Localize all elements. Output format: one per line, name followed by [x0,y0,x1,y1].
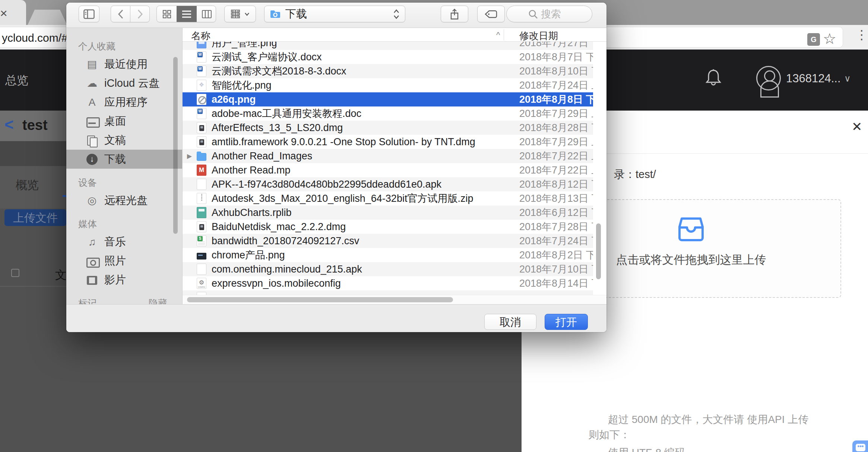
tab-overview[interactable]: 概览 [16,177,39,193]
group-by-button[interactable] [224,6,256,22]
sidebar-section-header: 设备 [66,174,182,191]
file-date: 2018年7月24日 上午 [519,79,593,92]
file-row[interactable]: 用户_管理.png2018年7月27日 下午 [183,42,593,50]
bookmark-star-icon[interactable]: ☆ [823,30,836,47]
tag-button[interactable] [477,6,505,22]
nav-overview[interactable]: 总览 [5,73,28,88]
file-row[interactable]: 云测试需求文档2018-8-3.docx2018年8月10日 下午 [183,64,593,78]
drawer-close-icon[interactable]: ✕ [852,120,862,133]
column-header-name[interactable]: 名称 [191,29,210,42]
sidebar-item-documents[interactable]: 文稿 [66,131,182,150]
notification-bell-icon[interactable] [705,69,722,88]
browser-tab[interactable]: × [0,0,26,25]
file-row[interactable]: bandwidth_20180724092127.csv2018年7月24日 下… [183,234,593,248]
sidebar-item-label: 下载 [104,152,126,167]
column-view-button[interactable] [197,6,216,22]
file-date: 2018年8月7日 下午 [519,50,593,64]
tab-close-icon[interactable]: × [0,7,7,19]
dmg-file-icon [197,122,206,133]
column-header-date[interactable]: 修改日期 [519,29,558,42]
cancel-button[interactable]: 取消 [484,314,536,330]
select-all-checkbox[interactable] [11,269,19,277]
screen: × ycloud.com/#/ G ☆ ⋮ 总览 1368124... ∨ < … [0,0,868,452]
file-row[interactable]: amtlib.framework 9.0.0.21 -One Stop Solu… [183,135,593,149]
chat-widget-button[interactable]: ••• [852,440,868,452]
sidebar-item-icloud[interactable]: ☁iCloud 云盘 [66,74,182,93]
browser-tab-next[interactable] [28,10,67,25]
finder-file-list: 名称 ^ 修改日期 用户_管理.png2018年7月27日 下午云测试_客户端协… [183,28,606,295]
file-date: 2018年8月14日 下午 [519,277,593,290]
sidebar-item-label: 影片 [104,273,126,287]
file-row[interactable]: Autodesk_3ds_Max_2010_english_64-32bit官方… [183,191,593,206]
browser-menu-icon[interactable]: ⋮ [855,28,868,42]
sidebar-item-desktop[interactable]: 桌面 [66,112,182,131]
file-name: Another Read_Images [212,150,312,162]
file-row[interactable]: Another Read.mp2018年7月22日 上午 [183,163,593,177]
finder-sidebar-list: 个人收藏▤最近使用☁iCloud 云盘A应用程序桌面文稿下载设备◎远程光盘媒体♫… [66,38,182,317]
sidebar-item-applications[interactable]: A应用程序 [66,93,182,112]
list-view-button[interactable] [177,6,197,22]
icon-view-button[interactable] [157,6,177,22]
icloud-icon: ☁ [86,77,98,90]
file-row[interactable]: AxhubCharts.rplib2018年6月12日 下午 [183,206,593,220]
search-field[interactable]: 搜索 [506,6,592,22]
file-date: 2018年8月10日 下午 [519,64,593,78]
url-text[interactable]: ycloud.com/#/ [2,32,71,44]
sidebar-item-photos[interactable]: 照片 [66,251,182,270]
disclosure-triangle-icon[interactable]: ▶ [187,152,192,160]
file-row[interactable]: expressvpn_ios.mobileconfig2018年8月14日 下午 [183,276,593,290]
folder-file-icon [197,153,206,161]
file-name: Another Read.mp [212,165,291,176]
sort-caret-icon[interactable]: ^ [496,30,500,40]
horizontal-scroll-thumb[interactable] [187,297,453,302]
sidebar-item-recents[interactable]: ▤最近使用 [66,55,182,74]
forward-button[interactable] [130,6,150,22]
avatar[interactable] [756,66,781,90]
file-date: 2018年7月29日 上午 [519,107,593,120]
back-button[interactable] [111,6,130,22]
file-row[interactable]: chrome产品.png2018年8月2日 下午 [183,248,593,262]
file-row[interactable]: AfterEffects_13_5_LS20.dmg2018年8月28日 下午 [183,121,593,135]
sidebar-toggle-button[interactable] [79,6,99,22]
open-button[interactable]: 打开 [545,314,588,330]
file-name: AfterEffects_13_5_LS20.dmg [212,122,343,134]
file-row[interactable] [183,290,593,295]
sidebar-item-music[interactable]: ♫音乐 [66,232,182,251]
file-row[interactable]: BaiduNetdisk_mac_2.2.2.dmg2018年7月28日 下午 [183,220,593,234]
column-divider[interactable] [504,29,504,41]
list-header: 名称 ^ 修改日期 [183,28,606,42]
file-row[interactable]: a26q.png2018年8月8日 下午 [183,92,593,106]
movies-icon [86,274,98,286]
sidebar-item-downloads[interactable]: 下载 [66,150,182,169]
file-row[interactable]: 智能优化.png2018年7月24日 上午 [183,78,593,92]
location-dropdown[interactable]: 下载 [264,6,405,22]
music-icon: ♫ [86,236,98,248]
account-caret-icon[interactable]: ∨ [844,73,851,84]
back-chevron-icon[interactable]: < [4,116,14,134]
file-date: 2018年8月13日 下午 [519,192,593,205]
share-button[interactable] [441,6,468,22]
upload-file-button[interactable]: 上传文件 [4,209,66,226]
translate-icon[interactable]: G [807,33,820,46]
sidebar-item-movies[interactable]: 影片 [66,270,182,289]
dialog-toolbar: 下载 搜索 [66,3,606,28]
file-row[interactable]: adobe-mac工具通用安装教程.doc2018年7月29日 上午 [183,106,593,121]
account-name[interactable]: 1368124... [786,72,841,85]
file-row[interactable]: com.onething.minecloud_215.apk2018年7月10日… [183,262,593,276]
list-horizontal-scrollbar[interactable] [183,295,606,304]
file-name: chrome产品.png [212,248,285,262]
file-row[interactable]: ▶Another Read_Images2018年7月22日 上午 [183,149,593,163]
file-row[interactable]: APK--1-f974c3d80d4c480bb22995ddeadd61e0.… [183,177,593,191]
list-vertical-scrollbar[interactable] [596,223,601,279]
table-divider [0,286,66,287]
file-row[interactable]: 云测试_客户端协议.docx2018年8月7日 下午 [183,50,593,64]
file-name: 智能优化.png [212,79,272,92]
view-mode-group [156,6,216,22]
sidebar-scrollbar[interactable] [173,57,178,234]
file-name: Autodesk_3ds_Max_2010_english_64-32bit官方… [212,192,473,205]
documents-icon [86,134,98,147]
sidebar-item-remote-disc[interactable]: ◎远程光盘 [66,191,182,210]
word-file-icon [197,51,206,63]
photos-icon [86,255,98,267]
file-date: 2018年7月29日 上午 [519,135,593,149]
